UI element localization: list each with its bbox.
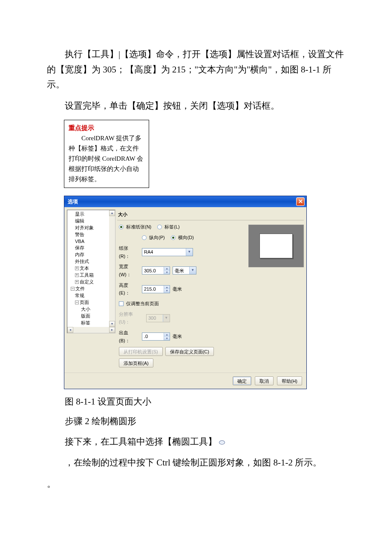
paragraph-4: ，在绘制的过程中按下 Ctrl 键绘制正圆形对象，如图 8-1-2 所示。: [47, 455, 345, 471]
tree-vscrollbar[interactable]: ▴ ▾: [109, 210, 115, 327]
scroll-right-icon[interactable]: ▸: [109, 327, 115, 333]
tree-item[interactable]: 标签: [69, 320, 115, 327]
tree-item-label: 页面: [80, 300, 89, 305]
tree-item-label: 常规: [75, 293, 84, 298]
bleed-unit: 毫米: [173, 332, 185, 341]
width-spinner[interactable]: 305.0 ▴▾: [142, 266, 170, 275]
tree-item-label: 对齐对象: [75, 225, 94, 230]
paragraph-3: 接下来，在工具箱中选择【椭圆工具】: [47, 434, 345, 450]
tree-item[interactable]: 内存: [69, 251, 115, 258]
radio-standard-paper-label: 标准纸张(N): [126, 223, 155, 231]
tree-item[interactable]: 大小: [69, 306, 115, 313]
tip-body: CorelDRAW 提供了多种【标签】格式，在文件打印的时候 CorelDRAW…: [69, 133, 144, 184]
only-current-checkbox[interactable]: [119, 301, 124, 306]
expand-icon[interactable]: +: [75, 266, 79, 270]
tree-item[interactable]: VBA: [69, 238, 115, 245]
height-label: 高度(E)：: [119, 281, 139, 297]
tree-item-label: VBA: [75, 239, 84, 244]
expand-icon[interactable]: +: [75, 280, 79, 284]
tree-item[interactable]: −文件: [69, 286, 115, 292]
radio-label[interactable]: [157, 225, 162, 229]
tree-item[interactable]: 外挂式: [69, 258, 115, 265]
radio-portrait-label: 纵向(P): [149, 234, 168, 242]
tree-item-label: 编辑: [75, 218, 84, 223]
scroll-down-icon[interactable]: ▾: [109, 321, 115, 327]
radio-portrait[interactable]: [142, 235, 147, 240]
width-label: 宽度(W)：: [119, 263, 139, 278]
tree-item-label: 版面: [81, 313, 90, 318]
tree-item[interactable]: +工具箱: [69, 272, 115, 279]
bleed-spinner[interactable]: .0 ▴▾: [142, 332, 170, 341]
dialog-footer: 确定 取消 帮助(H): [64, 373, 306, 389]
from-printer-button: 从打印机设置(S): [119, 347, 163, 356]
collapse-icon[interactable]: −: [75, 301, 79, 304]
tree-item-label: 保存: [75, 245, 84, 250]
chevron-down-icon[interactable]: ▾: [189, 267, 196, 274]
save-custom-page-button[interactable]: 保存自定义页面(C): [165, 347, 214, 356]
collapse-icon[interactable]: −: [71, 287, 75, 291]
width-unit-combo[interactable]: 毫米 ▾: [173, 266, 196, 275]
bleed-value: .0: [142, 332, 164, 341]
tree-item[interactable]: 保存: [69, 245, 115, 251]
radio-landscape-label: 横向(D): [178, 234, 197, 242]
tree-item-label: 工具箱: [80, 272, 94, 278]
paragraph-end: 。: [47, 477, 345, 492]
tip-title: 重点提示: [69, 123, 144, 133]
tree-panel[interactable]: 显示编辑对齐对象警告VBA保存内存外挂式+文本+工具箱+自定义−文件常规−页面大…: [67, 210, 115, 333]
scroll-left-icon[interactable]: ◂: [67, 327, 73, 333]
ellipse-tool-icon: [219, 440, 225, 445]
resolution-label: 分辨率(U)：: [119, 310, 144, 326]
paper-combo[interactable]: RA4 ▾: [142, 248, 193, 256]
resolution-value: 300: [147, 314, 163, 322]
only-current-label: 仅调整当前页面: [126, 300, 159, 308]
tree-item[interactable]: 常规: [69, 292, 115, 299]
tree-item[interactable]: 编辑: [69, 218, 115, 225]
close-button[interactable]: ✕: [296, 197, 305, 206]
tree-item-label: 标签: [81, 320, 90, 325]
preview-box: [248, 225, 304, 267]
add-page-frame-button[interactable]: 添加页框(A): [119, 358, 153, 367]
tree-item[interactable]: +文本: [69, 265, 115, 272]
tree-item[interactable]: 显示: [69, 211, 115, 218]
tree-item-label: 自定义: [80, 279, 94, 284]
dialog-title: 选项: [68, 197, 78, 206]
tree-item-label: 警告: [75, 232, 84, 237]
radio-standard-paper[interactable]: [119, 225, 124, 229]
tip-box: 重点提示 CorelDRAW 提供了多种【标签】格式，在文件打印的时候 Core…: [64, 120, 149, 188]
group-title: 大小: [117, 210, 304, 220]
tree-item[interactable]: −页面: [69, 299, 115, 306]
step-2-title: 步骤 2 绘制椭圆形: [47, 414, 345, 429]
tree-item-label: 大小: [81, 306, 90, 312]
tree-item[interactable]: 对齐对象: [69, 225, 115, 231]
tree-item-label: 文件: [75, 286, 85, 291]
tree-item[interactable]: 警告: [69, 231, 115, 238]
options-dialog: 选项 ✕ 显示编辑对齐对象警告VBA保存内存外挂式+文本+工具箱+自定义−文件常…: [64, 196, 307, 390]
paper-label: 纸张(R)：: [119, 244, 139, 260]
scroll-up-icon[interactable]: ▴: [109, 210, 115, 216]
chevron-down-icon[interactable]: ▾: [186, 249, 193, 256]
tree-hscrollbar[interactable]: ◂ ▸: [67, 327, 115, 333]
width-value: 305.0: [142, 267, 164, 275]
tree-item[interactable]: 版面: [69, 313, 115, 320]
ok-button[interactable]: 确定: [233, 376, 251, 385]
tree-item[interactable]: +自定义: [69, 279, 115, 286]
tree-item-label: 显示: [75, 211, 84, 217]
tree-item-label: 内存: [75, 252, 84, 257]
paragraph-1: 执行【工具】|【选项】命令，打开【选项】属性设置对话框，设置文件的【宽度】为 3…: [47, 47, 345, 92]
height-unit: 毫米: [173, 285, 185, 293]
figure-caption: 图 8-1-1 设置页面大小: [47, 394, 345, 410]
tree-item-label: 外挂式: [75, 259, 89, 264]
height-spinner[interactable]: 215.0 ▴▾: [142, 285, 170, 293]
paragraph-2: 设置完毕，单击【确定】按钮，关闭【选项】对话框。: [47, 98, 345, 114]
chevron-down-icon: ▾: [163, 315, 170, 322]
help-button[interactable]: 帮助(H): [277, 376, 302, 385]
paper-value: RA4: [142, 248, 186, 256]
radio-label-label: 标签(L): [164, 223, 183, 231]
width-unit: 毫米: [173, 267, 189, 275]
radio-landscape[interactable]: [171, 235, 176, 240]
height-value: 215.0: [142, 285, 164, 293]
titlebar: 选项 ✕: [64, 196, 306, 207]
cancel-button[interactable]: 取消: [255, 376, 274, 385]
expand-icon[interactable]: +: [75, 273, 79, 277]
resolution-combo: 300 ▾: [146, 314, 170, 322]
